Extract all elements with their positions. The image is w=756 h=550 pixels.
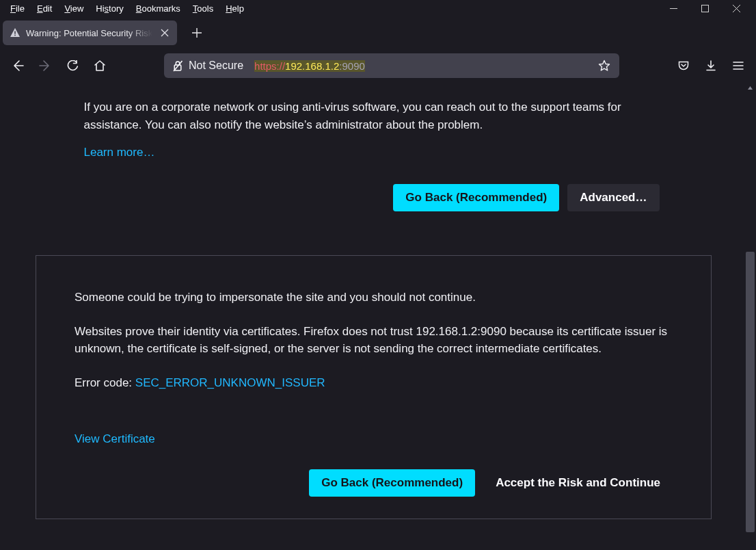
go-back-button[interactable]: Go Back (Recommended)	[393, 184, 559, 211]
new-tab-button[interactable]	[185, 21, 208, 44]
advanced-button-row: Go Back (Recommended) Accept the Risk an…	[75, 469, 673, 497]
menu-history[interactable]: History	[90, 2, 129, 15]
maximize-button[interactable]	[689, 0, 720, 16]
url-text: https://192.168.1.2:9090	[254, 60, 365, 72]
go-back-button-2[interactable]: Go Back (Recommended)	[309, 469, 475, 497]
browser-window: File Edit View History Bookmarks Tools H…	[0, 0, 756, 550]
error-code-value[interactable]: SEC_ERROR_UNKNOWN_ISSUER	[135, 376, 325, 389]
url-protocol: https://	[254, 60, 285, 72]
accept-risk-button[interactable]: Accept the Risk and Continue	[483, 469, 673, 497]
bookmark-star-button[interactable]	[595, 56, 614, 75]
page-content: If you are on a corporate network or usi…	[0, 82, 744, 550]
warning-paragraph: If you are on a corporate network or usi…	[84, 99, 660, 133]
menu-bookmarks[interactable]: Bookmarks	[130, 2, 187, 15]
not-secure-label: Not Secure	[189, 60, 243, 72]
minimize-button[interactable]	[658, 0, 689, 16]
forward-button[interactable]	[33, 53, 57, 78]
tab-strip: Warning: Potential Security Risk	[0, 16, 756, 49]
vertical-scrollbar[interactable]	[744, 82, 756, 550]
svg-rect-2	[14, 35, 16, 36]
url-host: 192.168.1.2	[285, 60, 339, 72]
home-button[interactable]	[87, 53, 112, 78]
menu-tools[interactable]: Tools	[187, 2, 219, 15]
impersonate-warning: Someone could be trying to impersonate t…	[75, 289, 673, 306]
advanced-button[interactable]: Advanced…	[567, 184, 659, 211]
downloads-button[interactable]	[699, 53, 723, 78]
view-certificate-link[interactable]: View Certificate	[75, 432, 155, 445]
window-controls	[658, 0, 752, 16]
reload-button[interactable]	[60, 53, 85, 78]
learn-more-link[interactable]: Learn more…	[84, 146, 155, 159]
menu-file[interactable]: File	[4, 2, 31, 15]
svg-rect-0	[701, 5, 708, 12]
warning-triangle-icon	[10, 27, 21, 38]
address-bar[interactable]: Not Secure https://192.168.1.2:9090	[164, 53, 619, 78]
error-code-line: Error code: SEC_ERROR_UNKNOWN_ISSUER	[75, 374, 673, 392]
menu-help[interactable]: Help	[219, 2, 250, 15]
menubar: File Edit View History Bookmarks Tools H…	[0, 0, 756, 16]
pocket-button[interactable]	[671, 53, 696, 78]
tab-close-button[interactable]	[159, 27, 170, 38]
back-button[interactable]	[5, 53, 30, 78]
menu-view[interactable]: View	[58, 2, 90, 15]
menu-edit[interactable]: Edit	[31, 2, 58, 15]
scroll-up-arrow[interactable]	[744, 82, 756, 94]
error-code-label: Error code:	[75, 376, 135, 389]
primary-button-row: Go Back (Recommended) Advanced…	[84, 184, 660, 211]
close-window-button[interactable]	[720, 0, 752, 16]
cert-explanation: Websites prove their identity via certif…	[75, 323, 673, 358]
browser-tab-warning[interactable]: Warning: Potential Security Risk	[3, 21, 177, 45]
svg-rect-1	[14, 31, 16, 34]
url-port: :9090	[339, 60, 365, 72]
scrollbar-thumb[interactable]	[746, 252, 755, 532]
content-area: If you are on a corporate network or usi…	[0, 82, 756, 550]
nav-toolbar: Not Secure https://192.168.1.2:9090	[0, 49, 756, 82]
lock-warning-icon	[172, 60, 185, 72]
tab-title: Warning: Potential Security Risk	[26, 28, 152, 38]
app-menu-button[interactable]	[726, 53, 751, 78]
advanced-details-box: Someone could be trying to impersonate t…	[36, 255, 712, 519]
security-indicator[interactable]: Not Secure	[167, 57, 249, 75]
